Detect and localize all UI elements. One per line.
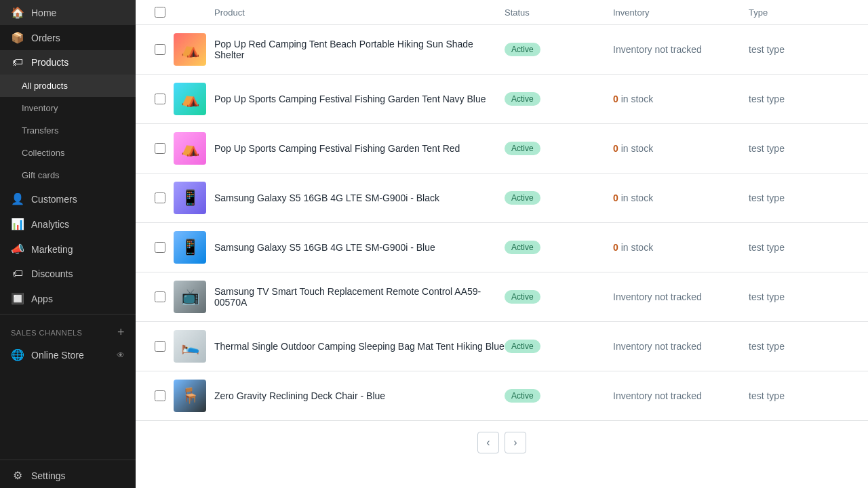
discounts-icon: 🏷	[11, 268, 24, 280]
sidebar-item-products[interactable]: 🏷 Products	[0, 50, 136, 75]
sidebar-item-gift-cards[interactable]: Gift cards	[0, 164, 136, 186]
row-checkbox[interactable]	[155, 192, 165, 203]
row-checkbox[interactable]	[155, 291, 165, 302]
sidebar-item-customers[interactable]: 👤 Customers	[0, 186, 136, 211]
row-checkbox-cell[interactable]	[146, 44, 174, 55]
product-status: Active	[505, 389, 613, 403]
sidebar-item-discounts[interactable]: 🏷 Discounts	[0, 262, 136, 286]
table-body: ⛺ Pop Up Red Camping Tent Beach Portable…	[136, 25, 868, 421]
sidebar-item-all-products[interactable]: All products	[0, 75, 136, 97]
table-row: 📱 Samsung Galaxy S5 16GB 4G LTE SM-G900i…	[136, 223, 868, 272]
sidebar-item-analytics[interactable]: 📊 Analytics	[0, 211, 136, 237]
sidebar-item-marketing[interactable]: 📣 Marketing	[0, 237, 136, 262]
status-badge: Active	[505, 340, 540, 353]
row-checkbox-cell[interactable]	[146, 143, 174, 154]
sidebar-item-transfers[interactable]: Transfers	[0, 119, 136, 142]
header-inventory: Inventory	[613, 7, 749, 18]
inventory-value: 0 in stock	[613, 242, 653, 253]
product-name[interactable]: Pop Up Red Camping Tent Beach Portable H…	[214, 39, 505, 60]
product-name[interactable]: Zero Gravity Reclining Deck Chair - Blue	[214, 390, 505, 401]
status-badge: Active	[505, 142, 540, 155]
sidebar-item-label: Collections	[22, 148, 65, 158]
products-icon: 🏷	[11, 56, 24, 68]
row-checkbox[interactable]	[155, 390, 165, 401]
product-inventory: 0 in stock	[613, 192, 749, 203]
sales-channels-section: SALES CHANNELS +	[0, 317, 136, 342]
sidebar-item-label: Settings	[31, 470, 66, 481]
sidebar-item-home[interactable]: 🏠 Home	[0, 0, 136, 25]
product-inventory: 0 in stock	[613, 94, 749, 104]
row-checkbox[interactable]	[155, 143, 165, 154]
sidebar: 🏠 Home 📦 Orders 🏷 Products All products …	[0, 0, 136, 488]
sidebar-item-label: Online Store	[31, 350, 84, 361]
product-thumbnail: 📺	[174, 281, 206, 313]
sidebar-item-inventory[interactable]: Inventory	[0, 97, 136, 119]
sidebar-item-online-store[interactable]: 🌐 Online Store 👁	[0, 342, 136, 367]
sidebar-item-label: Products	[31, 57, 68, 68]
row-checkbox[interactable]	[155, 44, 165, 55]
table-row: 🛌 Thermal Single Outdoor Camping Sleepin…	[136, 322, 868, 371]
product-status: Active	[505, 290, 613, 304]
status-badge: Active	[505, 92, 540, 106]
row-checkbox-cell[interactable]	[146, 341, 174, 352]
sidebar-item-label: Discounts	[31, 268, 73, 279]
product-name[interactable]: Samsung Galaxy S5 16GB 4G LTE SM-G900i -…	[214, 192, 505, 203]
sidebar-item-collections[interactable]: Collections	[0, 142, 136, 164]
sidebar-item-settings[interactable]: ⚙ Settings	[0, 463, 136, 488]
marketing-icon: 📣	[11, 243, 24, 256]
product-inventory: Inventory not tracked	[613, 390, 749, 401]
sidebar-item-label: Analytics	[31, 219, 69, 230]
row-checkbox[interactable]	[155, 341, 165, 352]
product-name[interactable]: Samsung TV Smart Touch Replacement Remot…	[214, 286, 505, 308]
table-header: Product Status Inventory Type	[136, 0, 868, 25]
sidebar-item-label: Customers	[31, 194, 77, 205]
header-product: Product	[214, 7, 505, 18]
product-name[interactable]: Pop Up Sports Camping Festival Fishing G…	[214, 143, 505, 154]
home-icon: 🏠	[11, 6, 24, 19]
pagination: ‹ ›	[136, 421, 868, 464]
select-all-cell[interactable]	[146, 7, 174, 18]
select-all-checkbox[interactable]	[155, 7, 165, 18]
row-checkbox-cell[interactable]	[146, 192, 174, 203]
row-checkbox[interactable]	[155, 242, 165, 253]
row-checkbox-cell[interactable]	[146, 242, 174, 253]
online-store-icon: 🌐	[11, 348, 24, 361]
sidebar-item-orders[interactable]: 📦 Orders	[0, 25, 136, 50]
product-type: test type	[749, 44, 857, 55]
inventory-value: Inventory not tracked	[613, 44, 702, 55]
sidebar-item-label: Inventory	[22, 103, 58, 113]
product-type: test type	[749, 94, 857, 104]
row-checkbox-cell[interactable]	[146, 291, 174, 302]
eye-icon: 👁	[117, 350, 125, 360]
table-row: 📺 Samsung TV Smart Touch Replacement Rem…	[136, 272, 868, 322]
header-status: Status	[505, 7, 613, 18]
sidebar-item-label: Home	[31, 7, 56, 18]
product-name[interactable]: Thermal Single Outdoor Camping Sleeping …	[214, 341, 505, 352]
product-status: Active	[505, 92, 613, 106]
prev-page-button[interactable]: ‹	[477, 432, 499, 453]
settings-icon: ⚙	[11, 469, 24, 482]
product-thumbnail-cell: 📱	[174, 231, 214, 264]
sidebar-item-apps[interactable]: 🔲 Apps	[0, 286, 136, 311]
product-type: test type	[749, 291, 857, 302]
product-thumbnail: 🛌	[174, 330, 206, 363]
inventory-value: 0 in stock	[613, 143, 653, 154]
table-row: ⛺ Pop Up Sports Camping Festival Fishing…	[136, 124, 868, 174]
customers-icon: 👤	[11, 192, 24, 205]
row-checkbox-cell[interactable]	[146, 390, 174, 401]
main-content: Product Status Inventory Type ⛺ Pop Up R…	[136, 0, 868, 488]
product-name[interactable]: Pop Up Sports Camping Festival Fishing G…	[214, 94, 505, 104]
product-thumbnail-cell: 🪑	[174, 380, 214, 412]
add-channel-button[interactable]: +	[117, 325, 125, 340]
product-type: test type	[749, 242, 857, 253]
product-type: test type	[749, 390, 857, 401]
product-inventory: 0 in stock	[613, 143, 749, 154]
sidebar-item-label: Gift cards	[22, 170, 60, 180]
product-name[interactable]: Samsung Galaxy S5 16GB 4G LTE SM-G900i -…	[214, 242, 505, 253]
product-type: test type	[749, 192, 857, 203]
next-page-button[interactable]: ›	[505, 432, 526, 453]
table-row: ⛺ Pop Up Red Camping Tent Beach Portable…	[136, 25, 868, 75]
row-checkbox[interactable]	[155, 94, 165, 104]
product-status: Active	[505, 142, 613, 155]
row-checkbox-cell[interactable]	[146, 94, 174, 104]
